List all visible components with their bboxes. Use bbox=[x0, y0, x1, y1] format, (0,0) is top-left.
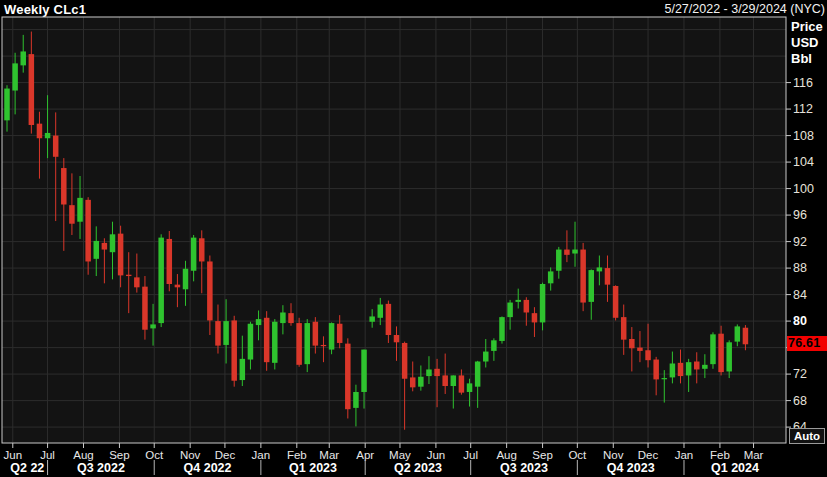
candle-body[interactable] bbox=[207, 261, 213, 320]
candle-body[interactable] bbox=[702, 365, 708, 369]
candle-body[interactable] bbox=[410, 377, 416, 387]
candle-body[interactable] bbox=[515, 300, 521, 302]
candle-body[interactable] bbox=[467, 383, 473, 392]
candle-body[interactable] bbox=[288, 313, 294, 323]
candle-body[interactable] bbox=[142, 287, 148, 330]
candle-body[interactable] bbox=[580, 250, 586, 303]
candle-body[interactable] bbox=[313, 322, 319, 346]
candle-body[interactable] bbox=[126, 275, 132, 276]
candle-body[interactable] bbox=[329, 323, 335, 350]
candle-body[interactable] bbox=[532, 313, 538, 322]
candle-body[interactable] bbox=[499, 317, 505, 341]
candle-body[interactable] bbox=[231, 320, 237, 380]
candle-body[interactable] bbox=[45, 133, 51, 138]
candle-body[interactable] bbox=[118, 234, 124, 276]
month-label: Aug bbox=[496, 449, 516, 461]
candle-body[interactable] bbox=[256, 319, 261, 325]
candle-body[interactable] bbox=[394, 335, 400, 342]
candle-body[interactable] bbox=[402, 343, 408, 379]
candle-body[interactable] bbox=[134, 277, 140, 287]
candle-body[interactable] bbox=[345, 344, 351, 410]
candle-body[interactable] bbox=[662, 378, 668, 379]
candle-body[interactable] bbox=[12, 63, 17, 90]
candle-body[interactable] bbox=[85, 200, 91, 262]
candle-body[interactable] bbox=[69, 205, 75, 224]
candle-body[interactable] bbox=[37, 124, 43, 139]
month-label: Aug bbox=[73, 449, 93, 461]
candle-body[interactable] bbox=[589, 270, 595, 302]
candle-body[interactable] bbox=[548, 271, 554, 283]
candle-body[interactable] bbox=[442, 375, 448, 386]
candle-body[interactable] bbox=[183, 269, 189, 290]
candle-body[interactable] bbox=[491, 340, 497, 351]
candle-body[interactable] bbox=[304, 323, 310, 364]
candle-body[interactable] bbox=[735, 326, 741, 341]
candle-body[interactable] bbox=[296, 323, 302, 365]
candlestick-chart[interactable]: 1161121081041009692888480726864JunJulAug… bbox=[0, 0, 827, 477]
candle-body[interactable] bbox=[459, 375, 465, 392]
candle-body[interactable] bbox=[540, 284, 546, 322]
candle-body[interactable] bbox=[418, 377, 424, 387]
candle-body[interactable] bbox=[378, 305, 384, 318]
candle-body[interactable] bbox=[102, 243, 108, 250]
quarter-label: Q2 2023 bbox=[394, 461, 442, 475]
candle-body[interactable] bbox=[475, 362, 481, 387]
candle-body[interactable] bbox=[743, 328, 749, 345]
candle-body[interactable] bbox=[524, 300, 530, 313]
candle-body[interactable] bbox=[248, 324, 254, 360]
auto-scale-button[interactable]: Auto bbox=[789, 428, 825, 444]
candle-body[interactable] bbox=[77, 198, 83, 222]
candle-body[interactable] bbox=[191, 238, 197, 271]
candle-body[interactable] bbox=[613, 286, 619, 318]
candle-body[interactable] bbox=[629, 339, 635, 348]
candle-body[interactable] bbox=[353, 392, 359, 408]
candle-body[interactable] bbox=[61, 168, 66, 204]
candle-body[interactable] bbox=[483, 352, 489, 362]
candle-body[interactable] bbox=[361, 350, 367, 392]
candle-body[interactable] bbox=[158, 238, 164, 323]
month-label: Dec bbox=[215, 449, 236, 461]
candle-body[interactable] bbox=[215, 321, 221, 346]
candle-body[interactable] bbox=[434, 369, 440, 376]
candle-body[interactable] bbox=[645, 350, 651, 360]
candle-body[interactable] bbox=[710, 334, 716, 364]
candle-body[interactable] bbox=[337, 324, 343, 343]
candle-body[interactable] bbox=[451, 375, 457, 386]
candle-body[interactable] bbox=[167, 239, 173, 284]
candle-body[interactable] bbox=[637, 348, 643, 351]
candle-body[interactable] bbox=[726, 342, 732, 371]
candle-body[interactable] bbox=[605, 268, 611, 285]
candle-body[interactable] bbox=[386, 304, 392, 335]
candle-body[interactable] bbox=[280, 312, 286, 323]
candle-body[interactable] bbox=[94, 241, 100, 259]
candle-body[interactable] bbox=[507, 303, 512, 318]
candle-body[interactable] bbox=[110, 234, 116, 252]
candle-body[interactable] bbox=[264, 318, 270, 362]
candle-body[interactable] bbox=[670, 363, 676, 377]
candle-body[interactable] bbox=[556, 250, 562, 271]
candle-body[interactable] bbox=[199, 238, 205, 261]
candle-body[interactable] bbox=[4, 89, 10, 121]
candle-body[interactable] bbox=[572, 250, 578, 254]
price-tick-label: 84 bbox=[793, 288, 807, 302]
candle-body[interactable] bbox=[175, 285, 181, 288]
candle-body[interactable] bbox=[564, 250, 570, 255]
candle-body[interactable] bbox=[597, 267, 603, 271]
candle-body[interactable] bbox=[321, 345, 327, 346]
candle-body[interactable] bbox=[678, 363, 684, 376]
candle-body[interactable] bbox=[223, 321, 229, 345]
candle-body[interactable] bbox=[240, 359, 246, 380]
candle-body[interactable] bbox=[621, 317, 627, 340]
candle-body[interactable] bbox=[53, 136, 59, 157]
candle-body[interactable] bbox=[718, 334, 724, 372]
candle-body[interactable] bbox=[20, 51, 26, 65]
candle-body[interactable] bbox=[686, 362, 692, 375]
candle-body[interactable] bbox=[426, 369, 432, 376]
candle-body[interactable] bbox=[694, 362, 700, 370]
candle-body[interactable] bbox=[150, 324, 156, 328]
candle-body[interactable] bbox=[272, 322, 278, 363]
candle-body[interactable] bbox=[369, 316, 375, 321]
price-tick-label: 72 bbox=[793, 367, 807, 381]
candle-body[interactable] bbox=[653, 360, 659, 380]
candle-body[interactable] bbox=[29, 54, 35, 125]
